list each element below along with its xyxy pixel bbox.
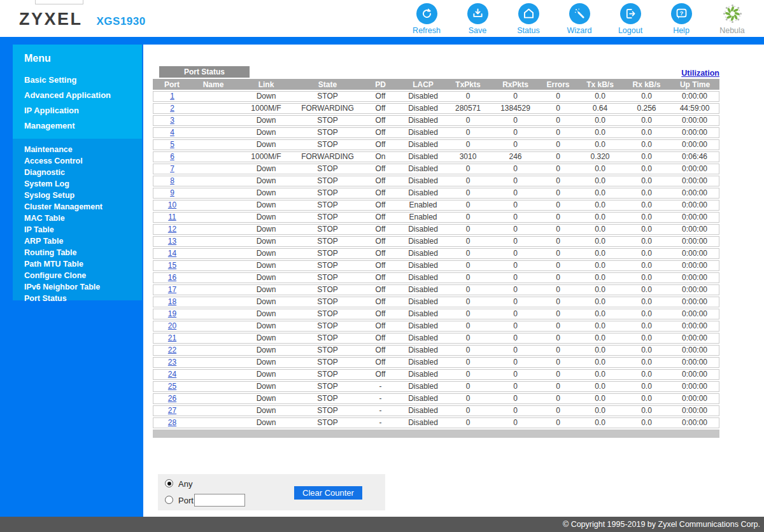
cell-name [191, 151, 236, 162]
cell-state: STOP [297, 417, 358, 428]
port-number-input[interactable] [194, 494, 245, 507]
toolbar-button-status[interactable]: Status [511, 3, 546, 35]
cell-name [191, 381, 236, 392]
toolbar-button-refresh[interactable]: Refresh [409, 3, 444, 35]
table-row: 4DownSTOPOffDisabled0000.00.00:00:00 [153, 127, 719, 138]
sidebar-item-ipv6-neighbor-table[interactable]: IPv6 Neighbor Table [24, 281, 142, 293]
clear-counter-button[interactable]: Clear Counter [294, 486, 362, 500]
sidebar-item-arp-table[interactable]: ARP Table [24, 235, 142, 247]
cell-name [191, 345, 236, 356]
cell-tx-kb-s: 0.0 [577, 272, 623, 283]
sidebar-item-system-log[interactable]: System Log [24, 178, 142, 190]
sidebar-item-configure-clone[interactable]: Configure Clone [24, 270, 142, 281]
cell-state: STOP [297, 200, 358, 211]
cell-port: 13 [153, 236, 191, 247]
cell-lacp: Disabled [402, 321, 444, 332]
cell-txpkts: 0 [444, 405, 492, 416]
port-link[interactable]: 15 [168, 261, 176, 270]
toolbar-button-help[interactable]: ?Help [663, 3, 699, 35]
port-link[interactable]: 19 [168, 309, 176, 318]
sidebar-item-diagnostic[interactable]: Diagnostic [24, 167, 142, 178]
cell-errors: 0 [539, 151, 577, 162]
port-link[interactable]: 27 [168, 406, 176, 415]
sidebar-item-access-control[interactable]: Access Control [24, 155, 142, 167]
sidebar-item-routing-table[interactable]: Routing Table [24, 247, 142, 258]
cell-state: STOP [297, 260, 358, 271]
cell-pd: - [358, 405, 402, 416]
cell-pd: Off [358, 284, 402, 295]
cell-name [191, 369, 236, 380]
cell-up-time: 0:00:00 [670, 333, 719, 344]
sidebar-item-management[interactable]: Management [24, 118, 142, 134]
cell-link: Down [236, 260, 297, 271]
port-link[interactable]: 9 [170, 188, 174, 197]
cell-errors: 0 [539, 260, 577, 271]
cell-lacp: Disabled [402, 248, 444, 259]
cell-lacp: Disabled [402, 381, 444, 392]
port-link[interactable]: 2 [170, 104, 174, 113]
cell-txpkts: 0 [444, 309, 492, 319]
toolbar-button-save[interactable]: Save [460, 3, 495, 35]
cell-pd: Off [358, 333, 402, 344]
toolbar-button-logout[interactable]: Logout [612, 3, 648, 35]
table-row: 28DownSTOP-Disabled0000.00.00:00:00 [153, 417, 719, 428]
port-link[interactable]: 25 [168, 382, 176, 391]
table-row: 27DownSTOP-Disabled0000.00.00:00:00 [153, 405, 719, 416]
cell-tx-kb-s: 0.0 [577, 236, 623, 247]
sidebar-item-mac-table[interactable]: MAC Table [24, 213, 142, 224]
port-link[interactable]: 6 [170, 152, 174, 161]
sidebar-item-ip-application[interactable]: IP Application [24, 103, 142, 118]
port-link[interactable]: 20 [168, 321, 176, 330]
toolbar-button-nebula[interactable]: Nebula [714, 3, 750, 35]
cell-up-time: 0:00:00 [670, 236, 719, 247]
cell-up-time: 0:00:00 [670, 345, 719, 356]
port-link[interactable]: 22 [168, 346, 176, 354]
cell-name [191, 272, 236, 283]
cell-rx-kb-s: 0.0 [623, 248, 670, 259]
cell-pd: Off [358, 115, 402, 126]
sidebar-sub-panel: MaintenanceAccess ControlDiagnosticSyste… [13, 139, 142, 300]
port-link[interactable]: 10 [168, 200, 176, 209]
cell-lacp: Disabled [402, 127, 444, 138]
port-link[interactable]: 24 [168, 370, 176, 379]
cell-state: STOP [297, 357, 358, 368]
port-link[interactable]: 23 [168, 358, 176, 367]
port-link[interactable]: 21 [168, 333, 176, 342]
port-link[interactable]: 18 [168, 297, 176, 306]
port-link[interactable]: 4 [170, 128, 174, 137]
port-link[interactable]: 14 [168, 249, 176, 258]
port-link[interactable]: 12 [168, 225, 176, 234]
port-link[interactable]: 11 [168, 213, 176, 221]
port-link[interactable]: 5 [170, 140, 174, 149]
tab-port-status[interactable]: Port Status [159, 66, 250, 78]
sidebar-item-advanced-application[interactable]: Advanced Application [24, 88, 142, 103]
port-link[interactable]: 26 [168, 394, 176, 403]
sidebar-item-basic-setting[interactable]: Basic Setting [24, 73, 142, 88]
radio-port[interactable] [165, 496, 173, 504]
sidebar-item-cluster-management[interactable]: Cluster Management [24, 201, 142, 213]
port-link[interactable]: 16 [168, 273, 176, 282]
sidebar-item-maintenance[interactable]: Maintenance [24, 144, 142, 155]
cell-up-time: 0:00:00 [670, 139, 719, 150]
utilization-link[interactable]: Utilization [681, 69, 719, 78]
cell-lacp: Disabled [402, 309, 444, 319]
column-header-state: State [297, 79, 358, 90]
cell-up-time: 0:00:00 [670, 176, 719, 186]
port-link[interactable]: 28 [168, 418, 176, 427]
port-link[interactable]: 8 [170, 176, 174, 185]
cell-up-time: 0:00:00 [670, 417, 719, 428]
port-link[interactable]: 7 [170, 164, 174, 173]
sidebar-item-path-mtu-table[interactable]: Path MTU Table [24, 258, 142, 270]
port-link[interactable]: 17 [168, 285, 176, 294]
sidebar-item-syslog-setup[interactable]: Syslog Setup [24, 190, 142, 201]
toolbar-button-wizard[interactable]: Wizard [562, 3, 597, 35]
port-link[interactable]: 1 [170, 92, 174, 101]
cell-errors: 0 [539, 333, 577, 344]
radio-any[interactable] [165, 479, 173, 487]
port-link[interactable]: 3 [170, 116, 174, 125]
cell-errors: 0 [539, 405, 577, 416]
sidebar-item-port-status[interactable]: Port Status [24, 293, 142, 304]
cell-errors: 0 [539, 91, 577, 102]
sidebar-item-ip-table[interactable]: IP Table [24, 224, 142, 235]
port-link[interactable]: 13 [168, 237, 176, 246]
